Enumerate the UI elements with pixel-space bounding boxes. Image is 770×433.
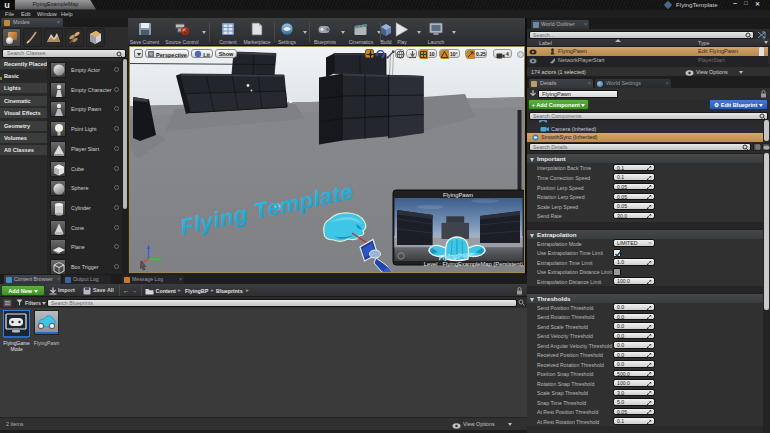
svg-text:FlyingPawn: FlyingPawn — [443, 192, 473, 198]
svg-text:Level : FlyingExampleMap (Pers: Level : FlyingExampleMap (Persistent) — [424, 261, 523, 267]
